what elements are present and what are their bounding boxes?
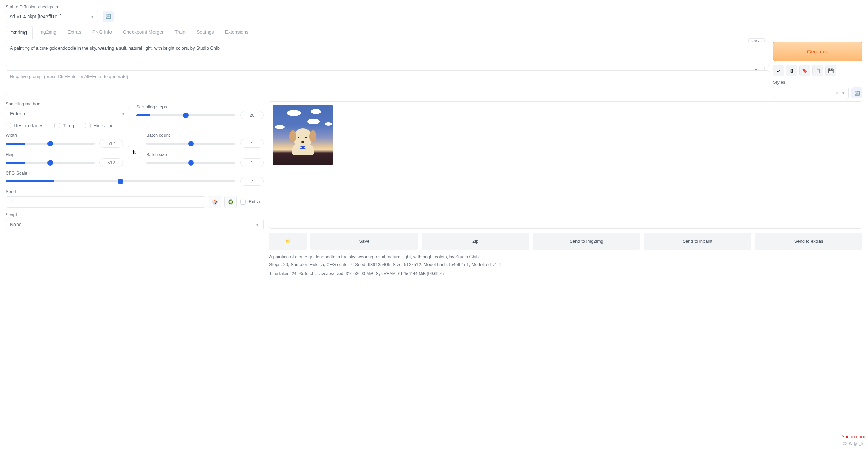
script-value: None — [10, 222, 21, 227]
close-icon[interactable]: × — [836, 90, 839, 96]
swap-icon: ⇅ — [132, 150, 136, 155]
tab-extensions[interactable]: Extensions — [220, 26, 254, 39]
random-seed-button[interactable]: 🎲 — [209, 196, 221, 208]
seed-label: Seed — [6, 189, 264, 194]
sampling-steps-value[interactable] — [240, 111, 264, 119]
swap-dimensions-button[interactable]: ⇅ — [128, 146, 140, 158]
seed-input[interactable] — [6, 196, 205, 208]
script-label: Script — [6, 212, 264, 217]
trash-button[interactable]: 🗑 — [786, 65, 797, 76]
tab-txt2img[interactable]: txt2img — [6, 26, 33, 39]
output-time-text: Time taken: 24.93sTorch active/reserved:… — [269, 271, 862, 277]
script-select[interactable]: None ▼ — [6, 219, 264, 230]
neg-prompt-input[interactable] — [6, 70, 769, 95]
floppy-icon: 💾 — [828, 68, 834, 73]
sampling-steps-slider[interactable] — [136, 114, 235, 116]
prompt-input[interactable]: A painting of a cute goldendoodle in the… — [6, 42, 769, 66]
tab-settings[interactable]: Settings — [191, 26, 220, 39]
tiling-check[interactable]: Tiling — [54, 123, 74, 128]
send-inpaint-button[interactable]: Send to inpaint — [644, 233, 751, 250]
cfg-label: CFG Scale — [6, 170, 264, 176]
clipboard-button[interactable]: 📋 — [812, 65, 823, 76]
bookmark-icon: 🔖 — [802, 68, 808, 73]
trash-icon: 🗑 — [790, 68, 794, 73]
bookmark-button[interactable]: 🔖 — [799, 65, 810, 76]
height-label: Height — [6, 152, 123, 157]
sampling-method-select[interactable]: Euler a ▼ — [6, 108, 129, 119]
restore-faces-check[interactable]: Restore faces — [6, 123, 43, 128]
styles-label: Styles — [773, 80, 862, 85]
generate-button[interactable]: Generate — [773, 42, 862, 61]
reuse-seed-button[interactable]: ♻️ — [224, 196, 237, 208]
send-extras-button[interactable]: Send to extras — [755, 233, 862, 250]
cfg-value[interactable] — [240, 177, 264, 186]
height-slider[interactable] — [6, 162, 95, 164]
width-label: Width — [6, 133, 123, 138]
recycle-icon: ♻️ — [228, 199, 234, 205]
output-gallery — [269, 101, 862, 229]
zip-button[interactable]: Zip — [422, 233, 529, 250]
open-folder-button[interactable]: 📁 — [269, 233, 307, 250]
checkpoint-value: sd-v1-4.ckpt [fe4efff1e1] — [10, 14, 62, 19]
refresh-icon: 🔄 — [105, 14, 111, 19]
output-prompt-text: A painting of a cute goldendoodle in the… — [269, 253, 862, 261]
save-style-button[interactable]: 💾 — [825, 65, 836, 76]
clipboard-icon: 📋 — [815, 68, 821, 73]
batch-size-value[interactable] — [240, 158, 264, 167]
batch-size-label: Batch size — [146, 152, 264, 157]
styles-select[interactable]: × ▼ — [773, 87, 849, 99]
main-tabs: txt2img img2img Extras PNG Info Checkpoi… — [6, 26, 862, 39]
refresh-checkpoints-button[interactable]: 🔄 — [103, 11, 114, 22]
save-button[interactable]: Save — [310, 233, 418, 250]
batch-count-slider[interactable] — [146, 143, 235, 145]
chevron-down-icon: ▼ — [256, 223, 259, 227]
sampling-steps-label: Sampling steps — [136, 104, 264, 109]
send-img2img-button[interactable]: Send to img2img — [533, 233, 641, 250]
folder-icon: 📁 — [285, 239, 291, 244]
cfg-slider[interactable] — [6, 180, 235, 182]
tab-checkpoint-merger[interactable]: Checkpoint Merger — [117, 26, 169, 39]
seed-extra-check[interactable]: Extra — [240, 199, 260, 205]
tab-train[interactable]: Train — [169, 26, 191, 39]
refresh-styles-button[interactable]: 🔄 — [851, 87, 862, 98]
dice-icon: 🎲 — [212, 199, 218, 205]
batch-count-label: Batch count — [146, 133, 264, 138]
width-slider[interactable] — [6, 143, 95, 145]
batch-size-slider[interactable] — [146, 162, 235, 164]
arrow-icon: ↙ — [777, 68, 781, 73]
refresh-icon: 🔄 — [854, 91, 860, 96]
chevron-down-icon: ▼ — [121, 112, 125, 116]
hires-fix-check[interactable]: Hires. fix — [85, 123, 112, 128]
sampling-method-value: Euler a — [10, 111, 25, 116]
height-value[interactable] — [99, 158, 123, 167]
tab-extras[interactable]: Extras — [62, 26, 87, 39]
checkpoint-label: Stable Diffusion checkpoint — [6, 4, 98, 9]
tab-pnginfo[interactable]: PNG Info — [87, 26, 118, 39]
width-value[interactable] — [99, 139, 123, 148]
chevron-down-icon: ▼ — [841, 91, 845, 95]
sampling-method-label: Sampling method — [6, 101, 129, 106]
batch-count-value[interactable] — [240, 139, 264, 148]
checkpoint-select[interactable]: sd-v1-4.ckpt [fe4efff1e1] ▼ — [6, 11, 98, 22]
output-meta-text: Steps: 20, Sampler: Euler a, CFG scale: … — [269, 261, 862, 269]
arrow-button[interactable]: ↙ — [773, 65, 784, 76]
generated-image[interactable] — [273, 105, 333, 165]
chevron-down-icon: ▼ — [91, 15, 94, 19]
tab-img2img[interactable]: img2img — [33, 26, 62, 39]
